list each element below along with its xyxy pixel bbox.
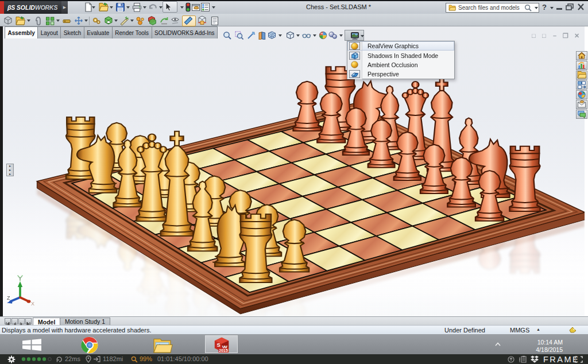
svg-text:Z: Z <box>7 295 10 301</box>
svg-text:Y: Y <box>18 276 22 281</box>
svg-text:S: S <box>217 342 220 348</box>
svg-text:X: X <box>31 301 34 307</box>
svg-text:2015: 2015 <box>219 348 228 353</box>
